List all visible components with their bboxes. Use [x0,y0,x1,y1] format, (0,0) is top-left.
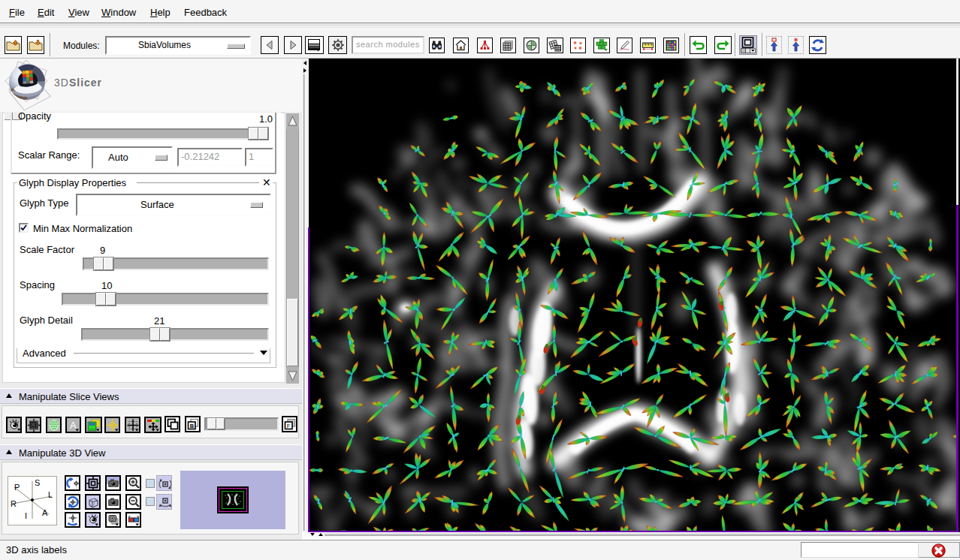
svg-text:R: R [11,499,17,508]
svg-text:3DSlicer: 3DSlicer [54,77,102,89]
svg-text:A: A [70,420,77,431]
svg-text:I: I [25,511,27,520]
svg-text:F: F [287,423,291,429]
svg-text:B: B [190,423,195,429]
svg-text:A: A [42,508,48,517]
svg-text:L: L [48,490,53,499]
svg-text:P: P [14,483,20,492]
svg-text:S: S [35,478,40,487]
